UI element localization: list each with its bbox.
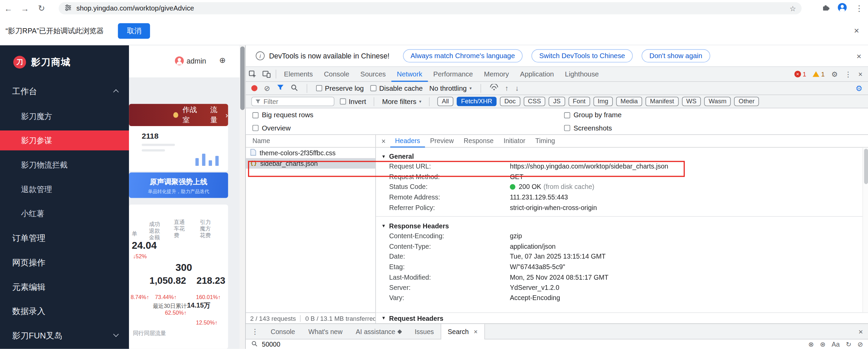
filter-funnel-icon[interactable] <box>277 84 284 92</box>
pill-manifest[interactable]: Manifest <box>645 97 678 106</box>
tab-sources[interactable]: Sources <box>355 67 391 82</box>
sidebar-group-worktop[interactable]: 工作台 <box>0 81 129 101</box>
search-clear-icon[interactable]: ⊘ <box>857 341 863 348</box>
tab-initiator[interactable]: Initiator <box>498 135 530 147</box>
page-scrollbar-thumb[interactable] <box>240 47 245 110</box>
infobar-close-icon[interactable]: × <box>854 26 859 36</box>
throttling-select[interactable]: No throttling ▾ <box>429 84 472 92</box>
pill-doc[interactable]: Doc <box>500 97 520 106</box>
sidebar-item-fundao[interactable]: 影刀FUN叉岛 <box>0 326 129 346</box>
banner-tab-traffic[interactable]: 流量 <box>210 105 223 125</box>
pill-css[interactable]: CSS <box>523 97 545 106</box>
pill-other[interactable]: Other <box>734 97 759 106</box>
device-toolbar-icon[interactable] <box>262 70 271 78</box>
url-text[interactable]: shop.yingdao.com/worktop/giveAdvice <box>77 4 194 12</box>
drawer-tab-issues[interactable]: Issues <box>408 324 440 339</box>
tab-console[interactable]: Console <box>318 67 355 82</box>
tab-response[interactable]: Response <box>459 135 498 147</box>
drawer-more-icon[interactable]: ⋮ <box>246 327 264 335</box>
screenshots-checkbox[interactable] <box>564 125 570 131</box>
switch-to-chinese-button[interactable]: Switch DevTools to Chinese <box>531 49 633 63</box>
overview-toggle[interactable]: Overview <box>252 124 291 132</box>
tab-timing[interactable]: Timing <box>530 135 560 147</box>
pill-all[interactable]: All <box>437 97 453 106</box>
inspect-element-icon[interactable] <box>248 70 257 78</box>
export-har-icon[interactable]: ↓ <box>515 84 519 92</box>
response-headers-section-header[interactable]: ▼ Response Headers <box>376 221 868 231</box>
more-filters-select[interactable]: More filters ▾ <box>382 98 421 105</box>
sidebar-item-wangye[interactable]: 网页操作 <box>0 253 129 273</box>
page-scrollbar[interactable] <box>240 45 245 349</box>
drawer-close-icon[interactable]: × <box>858 327 868 336</box>
pill-img[interactable]: Img <box>593 97 613 106</box>
tab-preview[interactable]: Preview <box>425 135 459 147</box>
pill-fetch-xhr[interactable]: Fetch/XHR <box>457 97 497 106</box>
preserve-log-checkbox[interactable] <box>316 85 322 91</box>
match-case-icon[interactable]: Aa <box>832 341 840 348</box>
promo-banner[interactable]: 原声调聚强势上线 单品转化提升，助力产品迭代 <box>129 173 228 198</box>
network-settings-gear-icon[interactable]: ⚙ <box>855 84 862 92</box>
tab-lighthouse[interactable]: Lighthouse <box>559 67 604 82</box>
warning-badge[interactable]: 1 <box>813 71 825 77</box>
invert-checkbox[interactable] <box>340 99 346 105</box>
brand[interactable]: 刀 影刀商城 <box>13 56 71 68</box>
tab-network[interactable]: Network <box>391 67 428 82</box>
globe-icon[interactable]: ⊕ <box>219 56 226 65</box>
network-conditions-icon[interactable] <box>490 84 498 92</box>
tab-performance[interactable]: Performance <box>428 67 478 82</box>
tab-memory[interactable]: Memory <box>478 67 514 82</box>
devtools-more-icon[interactable]: ⋮ <box>845 70 852 78</box>
big-request-rows-checkbox[interactable] <box>252 112 259 118</box>
pill-media[interactable]: Media <box>616 97 642 106</box>
tab-application[interactable]: Application <box>514 67 559 82</box>
group-by-frame-checkbox[interactable] <box>564 112 570 118</box>
forward-icon[interactable]: → <box>17 4 33 13</box>
drawer-tab-search[interactable]: Search × <box>441 324 485 339</box>
cancel-debug-button[interactable]: 取消 <box>118 23 150 39</box>
group-by-frame-toggle[interactable]: Group by frame <box>564 111 622 119</box>
dont-show-again-button[interactable]: Don't show again <box>642 49 710 63</box>
search-clear-all-icon[interactable]: ⊗ <box>808 341 814 348</box>
request-row-json[interactable]: {} sidebar_charts.json <box>246 158 375 169</box>
extensions-icon[interactable] <box>821 3 830 13</box>
search-refresh-icon[interactable]: ↻ <box>846 341 851 348</box>
sidebar-item-canmou[interactable]: 影刀参谋 <box>0 130 129 151</box>
pill-wasm[interactable]: Wasm <box>704 97 731 106</box>
user-name[interactable]: admin <box>186 57 206 65</box>
tab-elements[interactable]: Elements <box>278 67 318 82</box>
overview-checkbox[interactable] <box>252 125 259 131</box>
tab-headers[interactable]: Headers <box>390 135 425 147</box>
details-scrollbar-thumb[interactable] <box>864 149 868 184</box>
pill-font[interactable]: Font <box>568 97 590 106</box>
browser-menu-icon[interactable]: ⋮ <box>855 3 864 13</box>
drawer-tab-console[interactable]: Console <box>264 324 302 339</box>
network-search-icon[interactable] <box>291 84 298 92</box>
drawer-tab-whats-new[interactable]: What's new <box>302 324 349 339</box>
sidebar-item-wuliu[interactable]: 影刀物流拦截 <box>0 155 129 175</box>
sidebar-item-yuansu[interactable]: 元素编辑 <box>0 277 129 297</box>
details-close-icon[interactable]: × <box>376 137 390 145</box>
clear-network-log-icon[interactable]: ⊘ <box>264 84 270 92</box>
pill-ws[interactable]: WS <box>682 97 701 106</box>
screenshots-toggle[interactable]: Screenshots <box>564 124 612 132</box>
language-infobar-close-icon[interactable]: × <box>856 51 861 60</box>
bookmark-star-icon[interactable]: ☆ <box>790 4 796 12</box>
drawer-tab-ai-assistance[interactable]: AI assistance <box>349 324 408 339</box>
request-row-css[interactable]: theme-colors-2f35ffbc.css <box>246 147 375 158</box>
sidebar-item-mofang[interactable]: 影刀魔方 <box>0 106 129 126</box>
disable-cache-toggle[interactable]: Disable cache <box>371 84 423 92</box>
site-info-icon[interactable] <box>64 4 72 13</box>
sidebar-item-shuju[interactable]: 数据录入 <box>0 301 129 321</box>
user-avatar[interactable] <box>175 56 184 65</box>
devtools-close-icon[interactable]: × <box>858 70 862 78</box>
big-request-rows-toggle[interactable]: Big request rows <box>252 111 313 119</box>
sidebar-item-xiaohongshu[interactable]: 小红薯 <box>0 204 129 224</box>
sidebar-item-tuikuan[interactable]: 退款管理 <box>0 179 129 199</box>
details-scrollbar[interactable] <box>863 147 868 312</box>
general-section-header[interactable]: ▼ General <box>376 152 868 161</box>
address-bar[interactable]: shop.yingdao.com/worktop/giveAdvice ☆ <box>59 2 801 15</box>
match-language-button[interactable]: Always match Chrome's language <box>403 49 523 63</box>
search-input[interactable] <box>262 341 373 348</box>
search-tab-close-icon[interactable]: × <box>474 328 477 335</box>
filter-input[interactable] <box>263 98 324 105</box>
